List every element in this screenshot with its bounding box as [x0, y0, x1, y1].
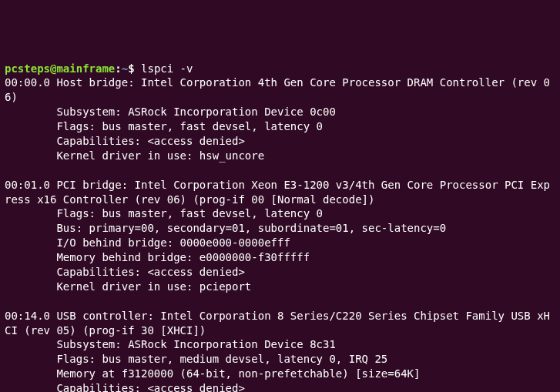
- prompt-separator: :: [115, 62, 121, 75]
- prompt-suffix: $: [128, 62, 141, 75]
- prompt-path: ~: [122, 62, 128, 75]
- terminal-output: 00:00.0 Host bridge: Intel Corporation 4…: [5, 76, 550, 392]
- command-input[interactable]: lspci -v: [141, 62, 193, 75]
- prompt-user-host: pcsteps@mainframe: [5, 62, 115, 75]
